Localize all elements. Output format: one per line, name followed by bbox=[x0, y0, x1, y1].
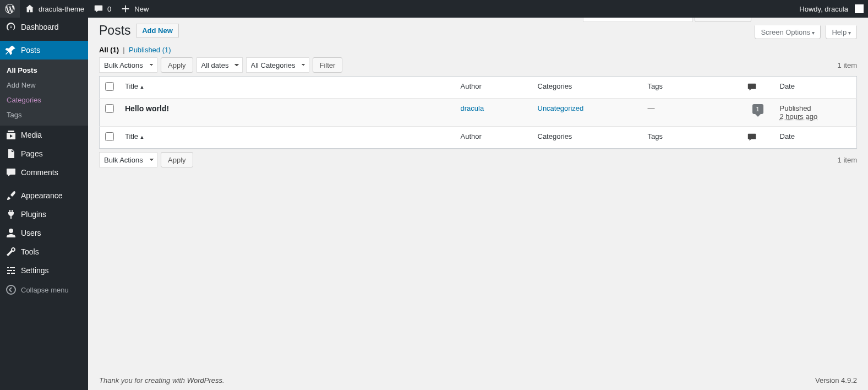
home-icon bbox=[24, 3, 35, 14]
site-name-link[interactable]: dracula-theme bbox=[20, 0, 89, 18]
add-new-button[interactable]: Add New bbox=[136, 24, 179, 37]
table-row: Hello world! dracula Uncategorized — 1 P… bbox=[100, 99, 857, 127]
menu-appearance-label: Appearance bbox=[21, 191, 63, 200]
col-tags-foot[interactable]: Tags bbox=[642, 127, 741, 149]
collapse-icon bbox=[6, 284, 17, 295]
filter-published-count: (1) bbox=[162, 46, 171, 54]
bulk-actions-select-top[interactable]: Bulk Actions bbox=[99, 57, 157, 73]
pin-icon bbox=[6, 45, 17, 56]
menu-pages[interactable]: Pages bbox=[0, 144, 88, 163]
menu-plugins-label: Plugins bbox=[21, 210, 46, 219]
col-author[interactable]: Author bbox=[455, 77, 532, 99]
footer-wordpress-link[interactable]: WordPress bbox=[187, 376, 222, 384]
filter-all[interactable]: All bbox=[99, 46, 108, 54]
submenu-all-posts[interactable]: All Posts bbox=[0, 63, 88, 78]
menu-dashboard[interactable]: Dashboard bbox=[0, 18, 88, 36]
menu-comments[interactable]: Comments bbox=[0, 163, 88, 182]
wrench-icon bbox=[6, 246, 17, 257]
comment-column-icon bbox=[747, 82, 757, 92]
col-categories[interactable]: Categories bbox=[532, 77, 642, 99]
screen-options-tab[interactable]: Screen Options bbox=[755, 25, 820, 39]
status-filters: All (1) | Published (1) bbox=[99, 46, 857, 54]
media-icon bbox=[6, 129, 17, 140]
comments-link[interactable]: 0 bbox=[89, 0, 116, 18]
plug-icon bbox=[6, 209, 17, 220]
help-tab[interactable]: Help bbox=[826, 25, 857, 39]
post-date-status: Published bbox=[780, 104, 811, 112]
category-filter-select[interactable]: All Categories bbox=[246, 57, 309, 73]
howdy-account[interactable]: Howdy, dracula bbox=[795, 0, 868, 18]
main-content: Screen Options Help Posts Add New Search… bbox=[88, 0, 868, 390]
menu-pages-label: Pages bbox=[21, 149, 43, 158]
collapse-menu[interactable]: Collapse menu bbox=[0, 280, 88, 300]
menu-tools-label: Tools bbox=[21, 247, 39, 256]
item-count-top: 1 item bbox=[838, 61, 857, 69]
brush-icon bbox=[6, 190, 17, 201]
col-title[interactable]: Title bbox=[125, 82, 145, 90]
filter-button[interactable]: Filter bbox=[313, 57, 343, 73]
post-author[interactable]: dracula bbox=[455, 99, 532, 127]
footer-version: Version 4.9.2 bbox=[815, 376, 857, 384]
select-all-bottom[interactable] bbox=[105, 132, 114, 141]
menu-posts[interactable]: Posts bbox=[0, 41, 88, 59]
submenu-tags[interactable]: Tags bbox=[0, 107, 88, 122]
sliders-icon bbox=[6, 265, 17, 276]
page-title: Posts bbox=[99, 23, 131, 38]
col-author-foot[interactable]: Author bbox=[455, 127, 532, 149]
user-icon bbox=[6, 228, 17, 239]
row-checkbox[interactable] bbox=[105, 104, 114, 113]
menu-tools[interactable]: Tools bbox=[0, 242, 88, 261]
admin-bar: dracula-theme 0 New Howdy, dracula bbox=[0, 0, 868, 18]
select-all-top[interactable] bbox=[105, 82, 114, 91]
new-text: New bbox=[134, 5, 149, 13]
menu-dashboard-label: Dashboard bbox=[21, 23, 59, 31]
menu-users-label: Users bbox=[21, 229, 41, 237]
apply-button-bottom[interactable]: Apply bbox=[161, 152, 193, 167]
submenu-categories[interactable]: Categories bbox=[0, 93, 88, 107]
menu-appearance[interactable]: Appearance bbox=[0, 186, 88, 205]
bulk-actions-select-bottom[interactable]: Bulk Actions bbox=[99, 152, 157, 167]
menu-media[interactable]: Media bbox=[0, 126, 88, 144]
comments-icon bbox=[6, 167, 17, 178]
menu-settings[interactable]: Settings bbox=[0, 261, 88, 280]
page-icon bbox=[6, 148, 17, 159]
comment-icon bbox=[93, 3, 104, 14]
date-filter-select[interactable]: All dates bbox=[196, 57, 243, 73]
posts-table: Title Author Categories Tags Date Hello … bbox=[99, 76, 857, 149]
site-name-text: dracula-theme bbox=[39, 5, 84, 13]
tablenav-top: Bulk Actions Apply All dates All Categor… bbox=[99, 57, 857, 73]
col-title-foot[interactable]: Title bbox=[125, 132, 145, 140]
col-comments[interactable] bbox=[741, 77, 774, 99]
col-date[interactable]: Date bbox=[774, 77, 857, 99]
admin-sidebar: Dashboard Posts All Posts Add New Catego… bbox=[0, 18, 88, 390]
menu-media-label: Media bbox=[21, 131, 42, 139]
screen-meta-tabs: Screen Options Help bbox=[751, 25, 857, 39]
footer-thank-prefix: Thank you for creating with bbox=[99, 376, 187, 384]
plus-icon bbox=[120, 3, 131, 14]
collapse-label: Collapse menu bbox=[21, 286, 69, 294]
svg-point-0 bbox=[7, 285, 15, 294]
comment-column-icon-foot bbox=[747, 132, 757, 142]
col-date-foot[interactable]: Date bbox=[774, 127, 857, 149]
col-categories-foot[interactable]: Categories bbox=[532, 127, 642, 149]
new-link[interactable]: New bbox=[116, 0, 153, 18]
dashboard-icon bbox=[6, 21, 17, 32]
post-tags: — bbox=[642, 99, 741, 127]
menu-plugins[interactable]: Plugins bbox=[0, 205, 88, 224]
filter-all-count: (1) bbox=[110, 46, 119, 54]
wordpress-logo[interactable] bbox=[0, 0, 20, 18]
footer-period: . bbox=[222, 376, 225, 384]
menu-users[interactable]: Users bbox=[0, 224, 88, 242]
item-count-bottom: 1 item bbox=[838, 156, 857, 164]
menu-comments-label: Comments bbox=[21, 168, 58, 177]
submenu-add-new[interactable]: Add New bbox=[0, 78, 88, 93]
comments-count: 0 bbox=[107, 5, 111, 13]
comment-count-bubble[interactable]: 1 bbox=[752, 104, 763, 114]
filter-published[interactable]: Published bbox=[129, 46, 160, 54]
menu-settings-label: Settings bbox=[21, 266, 49, 275]
apply-button-top[interactable]: Apply bbox=[161, 57, 193, 73]
post-title-link[interactable]: Hello world! bbox=[125, 104, 169, 113]
post-categories[interactable]: Uncategorized bbox=[532, 99, 642, 127]
col-comments-foot[interactable] bbox=[741, 127, 774, 149]
col-tags[interactable]: Tags bbox=[642, 77, 741, 99]
